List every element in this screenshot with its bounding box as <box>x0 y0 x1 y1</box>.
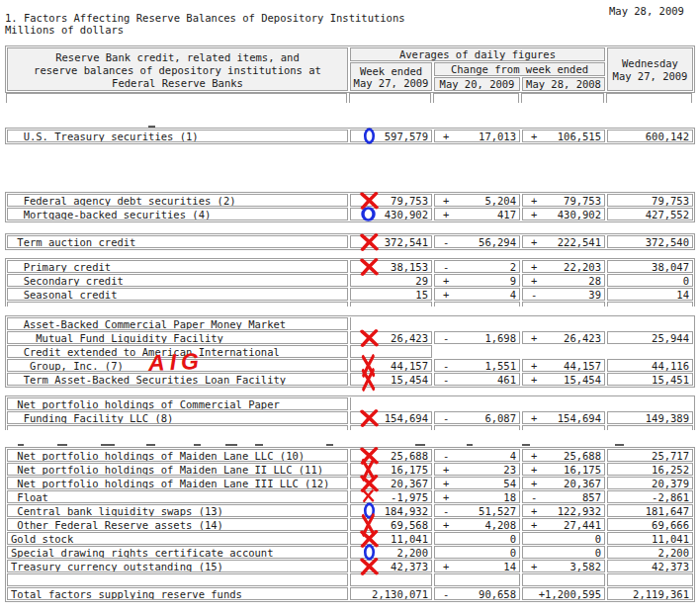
cell-label: Net portfolio holdings of Maiden Lane LL… <box>7 449 348 462</box>
change-sign: + <box>531 210 537 219</box>
cell-label: Secondary credit <box>7 274 348 287</box>
erased-text-artifact <box>101 444 115 446</box>
erased-text-artifact <box>57 444 67 446</box>
cell-change-prior-week <box>434 573 520 586</box>
cell-week: 79,753 <box>350 194 432 207</box>
change-value: 16,175 <box>564 465 601 475</box>
cell-change-prior-year: +79,753 <box>522 194 605 207</box>
cell-change-prior-year: -39 <box>522 288 605 301</box>
table-row: Total factors supplying reserve funds2,1… <box>7 587 693 600</box>
header-week-ended-cell: Week ended May 27, 2009 <box>350 62 432 91</box>
cell-change-prior-year: +222,541 <box>522 235 605 248</box>
change-value: 90,658 <box>479 589 516 599</box>
change-value: 22,203 <box>564 262 601 272</box>
table-row <box>7 302 693 307</box>
change-value: 6,087 <box>484 413 516 423</box>
change-value: 222,541 <box>558 237 601 247</box>
change-value: 4,208 <box>484 520 516 530</box>
erased-text-artifact <box>255 444 263 446</box>
cell-wednesday: 2,200 <box>607 546 693 559</box>
cell-week: 184,932 <box>350 504 432 517</box>
change-sign: - <box>443 451 449 461</box>
cell-week <box>349 93 431 103</box>
cell-week: 430,902 <box>350 208 432 220</box>
h41-release-sheet: May 28, 2009 1. Factors Affecting Reserv… <box>0 0 700 614</box>
cell-wednesday: 2,119,361 <box>607 587 693 600</box>
page-title: 1. Factors Affecting Reserve Balances of… <box>5 12 405 24</box>
change-sign: + <box>443 290 449 300</box>
change-value: 27,441 <box>564 520 601 530</box>
cell-change-prior-week: -2 <box>434 260 520 273</box>
cell-label: Net portfolio holdings of Maiden Lane II… <box>7 477 348 489</box>
header-text-line: reserve balances of depository instituti… <box>8 64 347 77</box>
cell-change-prior-year <box>522 573 605 586</box>
cell-label: Net portfolio holdings of Maiden Lane II… <box>7 463 348 476</box>
erased-text-artifact <box>225 444 237 446</box>
cell-wednesday: 42,373 <box>607 560 693 572</box>
table-header: Reserve Bank credit, related items, and … <box>5 45 695 93</box>
table-row: Group, Inc. (7)44,157-1,551+44,15744,116 <box>7 359 693 372</box>
change-value: 54 <box>503 479 516 488</box>
table-section: U.S. Treasury securities (1)597,579+17,0… <box>5 128 695 144</box>
table-row: U.S. Treasury securities (1)597,579+17,0… <box>7 130 693 142</box>
change-sign: + <box>531 276 537 286</box>
cell-label: Term auction credit <box>7 235 348 248</box>
cell-wednesday: 38,047 <box>607 260 693 273</box>
cell-change-prior-week: -4 <box>434 449 520 462</box>
change-value: 28 <box>588 276 601 286</box>
cell-change-prior-year <box>522 302 605 307</box>
cell-change-prior-year <box>521 93 604 103</box>
cell-label: Asset-Backed Commercial Paper Money Mark… <box>7 317 348 330</box>
table-row: Seasonal credit15+4-3914 <box>7 288 693 301</box>
change-value: 51,527 <box>479 506 516 516</box>
erased-text-artifact <box>415 444 425 446</box>
cell-week: 26,423 <box>350 331 432 344</box>
cell-label: Mortgage-backed securities (4) <box>7 208 348 220</box>
cell-change-prior-year: +44,157 <box>522 359 605 372</box>
table-section: Federal agency debt securities (2)79,753… <box>5 192 695 222</box>
table-row: Net portfolio holdings of Maiden Lane II… <box>7 463 693 476</box>
cell-week: 15,454 <box>350 373 432 386</box>
change-value: 3,582 <box>569 562 601 571</box>
erased-text-artifact <box>615 444 624 446</box>
header-change-from-cell: Change from week ended <box>434 62 605 76</box>
cell-change-prior-week: -1,698 <box>434 331 520 344</box>
cell-label: Primary credit <box>7 260 348 273</box>
table-row: Federal agency debt securities (2)79,753… <box>7 194 693 207</box>
cell-wednesday: 427,552 <box>607 208 693 220</box>
table-section: Net portfolio holdings of Maiden Lane LL… <box>5 447 695 602</box>
cell-change-prior-week: 0 <box>434 546 520 559</box>
cell-change-prior-year: +16,175 <box>522 463 605 476</box>
release-date: May 28, 2009 <box>609 5 684 17</box>
change-sign: + <box>531 262 537 272</box>
cell-border-stub <box>350 317 351 330</box>
cell-label: Seasonal credit <box>7 288 348 301</box>
cell-week: 15 <box>350 288 432 301</box>
header-averages-group: Averages of daily figures Week ended May… <box>350 47 605 91</box>
table-row: Special drawing rights certificate accou… <box>7 546 693 559</box>
change-sign: + <box>531 333 537 343</box>
table-row: Treasury currency outstanding (15)42,373… <box>7 560 693 572</box>
cell-border-stub <box>350 397 351 410</box>
cell-week: 20,367 <box>350 477 432 489</box>
change-sign: - <box>443 237 449 247</box>
erased-text-artifact <box>146 444 155 446</box>
header-text-line: Reserve Bank credit, related items, and <box>8 51 347 64</box>
header-date-col2-cell: May 28, 2008 <box>522 77 605 91</box>
change-sign: + <box>531 361 537 371</box>
cell-label: Gold stock <box>7 532 348 545</box>
cell-week <box>350 425 432 430</box>
cell-change-prior-week: +23 <box>434 463 520 476</box>
erased-text-artifact <box>467 444 473 446</box>
cell-wednesday <box>607 302 693 307</box>
cell-wednesday: 181,647 <box>607 504 693 517</box>
cell-label: Net portfolio holdings of Commercial Pap… <box>7 397 348 410</box>
cell-week <box>350 302 432 307</box>
table-row: Funding Facility LLC (8)154,694-6,087+15… <box>7 411 693 424</box>
cell-wednesday: 372,540 <box>607 235 693 248</box>
cut-empty-row <box>5 93 695 103</box>
cell-label: Central bank liquidity swaps (13) <box>7 504 348 517</box>
table-section: Term auction credit372,541-56,294+222,54… <box>5 233 695 250</box>
cell-change-prior-year: +28 <box>522 274 605 287</box>
change-sign: + <box>531 520 537 530</box>
